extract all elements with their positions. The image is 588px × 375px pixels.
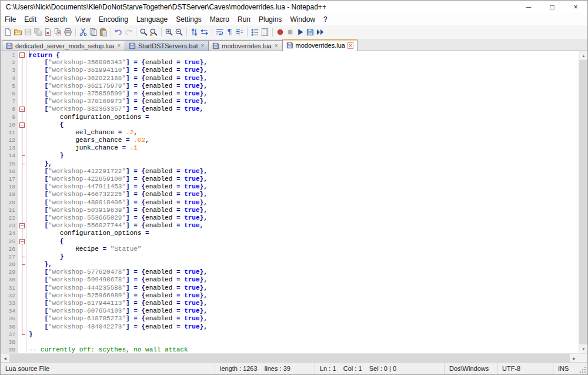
code-line-34[interactable]: 34 ["workshop-607654103"] = {enabled = t… bbox=[1, 307, 579, 315]
fold-collapse-icon[interactable] bbox=[18, 51, 26, 59]
code-line-10[interactable]: 10 { bbox=[1, 121, 579, 129]
zoom-out-icon[interactable] bbox=[174, 26, 184, 38]
sync-vertical-icon[interactable] bbox=[189, 26, 199, 38]
menu-item-view[interactable]: View bbox=[71, 14, 95, 25]
code-line-29[interactable]: 29 ["workshop-577620478"] = {enabled = t… bbox=[1, 268, 579, 276]
menu-item-settings[interactable]: Settings bbox=[172, 14, 205, 25]
code-line-32[interactable]: 32 ["workshop-525966989"] = {enabled = t… bbox=[1, 292, 579, 300]
code-line-21[interactable]: 21 ["workshop-503919639"] = {enabled = t… bbox=[1, 207, 579, 214]
play-macro-icon[interactable] bbox=[295, 26, 305, 38]
resize-grip[interactable] bbox=[579, 363, 587, 374]
code-line-16[interactable]: 16 ["workshop-412291722"] = {enabled = t… bbox=[1, 168, 579, 175]
code-line-23[interactable]: 23 ["workshop-556027744"] = {enabled = t… bbox=[1, 222, 579, 230]
save-macro-icon[interactable] bbox=[305, 26, 315, 38]
show-all-characters-icon[interactable]: ¶ bbox=[225, 26, 235, 38]
close-button[interactable]: × bbox=[564, 1, 587, 14]
tab-3-modoverrides-lua[interactable]: modoverrides.lua× bbox=[208, 40, 282, 51]
code-line-5[interactable]: 5 ["workshop-362175979"] = {enabled = tr… bbox=[1, 82, 579, 90]
menu-item-window[interactable]: Window bbox=[286, 14, 319, 25]
menu-item-run[interactable]: Run bbox=[233, 14, 255, 25]
code-line-8[interactable]: 8 ["workshop-382363357"] = {enabled = tr… bbox=[1, 105, 579, 113]
cut-icon[interactable] bbox=[78, 26, 88, 38]
code-line-13[interactable]: 13 junk_chance = .1 bbox=[1, 144, 579, 152]
code-line-35[interactable]: 35 ["workshop-618785273"] = {enabled = t… bbox=[1, 315, 579, 323]
menu-item-help[interactable]: ? bbox=[319, 14, 332, 25]
vertical-scrollbar-thumb[interactable] bbox=[579, 60, 587, 344]
code-line-19[interactable]: 19 ["workshop-466732225"] = {enabled = t… bbox=[1, 191, 579, 198]
code-line-38[interactable]: 38 bbox=[1, 339, 579, 346]
open-file-icon[interactable] bbox=[13, 26, 23, 38]
menu-item-language[interactable]: Language bbox=[132, 14, 172, 25]
tab-close-icon[interactable]: × bbox=[116, 43, 121, 48]
code-line-28[interactable]: 28 }, bbox=[1, 261, 579, 268]
code-line-25[interactable]: 25 { bbox=[1, 238, 579, 245]
horizontal-scrollbar[interactable]: ◀ ▶ bbox=[1, 353, 587, 362]
scroll-up-icon[interactable]: ▲ bbox=[579, 51, 588, 60]
indent-guide-icon[interactable] bbox=[235, 26, 245, 38]
code-line-12[interactable]: 12 gears_chance = .02, bbox=[1, 137, 579, 144]
word-wrap-icon[interactable] bbox=[215, 26, 225, 38]
code-line-14[interactable]: 14 } bbox=[1, 152, 579, 160]
code-line-11[interactable]: 11 eel_chance = .2, bbox=[1, 129, 579, 137]
code-line-2[interactable]: 2 ["workshop-356006343"] = {enabled = tr… bbox=[1, 59, 579, 67]
code-line-4[interactable]: 4 ["workshop-362022168"] = {enabled = tr… bbox=[1, 75, 579, 82]
menu-item-search[interactable]: Search bbox=[41, 14, 71, 25]
status-eol-format[interactable]: Dos\Windows bbox=[444, 363, 497, 374]
save-all-icon[interactable] bbox=[33, 26, 43, 38]
redo-icon[interactable] bbox=[123, 26, 133, 38]
tab-close-icon[interactable]: × bbox=[201, 43, 205, 48]
fold-collapse-icon[interactable] bbox=[18, 222, 26, 230]
code-line-17[interactable]: 17 ["workshop-422659100"] = {enabled = t… bbox=[1, 175, 579, 183]
status-encoding[interactable]: UTF-8 bbox=[497, 363, 553, 374]
horizontal-scrollbar-thumb[interactable] bbox=[9, 354, 570, 362]
code-line-20[interactable]: 20 ["workshop-488018406"] = {enabled = t… bbox=[1, 199, 579, 207]
code-line-1[interactable]: 1return { bbox=[1, 51, 579, 59]
code-line-22[interactable]: 22 ["workshop-553665029"] = {enabled = t… bbox=[1, 214, 579, 222]
editor-lines[interactable]: 1return {2 ["workshop-356006343"] = {ena… bbox=[1, 51, 579, 353]
code-line-36[interactable]: 36 ["workshop-484042273"] = {enabled = t… bbox=[1, 323, 579, 331]
fold-collapse-icon[interactable] bbox=[18, 105, 26, 113]
document-map-icon[interactable] bbox=[260, 26, 270, 38]
stop-macro-icon[interactable] bbox=[285, 26, 295, 38]
menu-item-plugins[interactable]: Plugins bbox=[255, 14, 286, 25]
code-line-27[interactable]: 27 } bbox=[1, 253, 579, 261]
paste-icon[interactable] bbox=[98, 26, 108, 38]
save-icon[interactable] bbox=[23, 26, 33, 38]
code-line-6[interactable]: 6 ["workshop-375859599"] = {enabled = tr… bbox=[1, 90, 579, 98]
code-line-9[interactable]: 9 configuration_options = bbox=[1, 114, 579, 121]
code-line-39[interactable]: 39-- currently off: scythes, no wall att… bbox=[1, 346, 579, 353]
run-macro-multiple-icon[interactable] bbox=[315, 26, 325, 38]
tab-4-modoverrides-lua[interactable]: modoverrides.lua× bbox=[282, 39, 358, 51]
menu-item-edit[interactable]: Edit bbox=[20, 14, 41, 25]
code-line-37[interactable]: 37} bbox=[1, 331, 579, 339]
record-macro-icon[interactable] bbox=[275, 26, 285, 38]
status-insert-mode[interactable]: INS bbox=[553, 363, 579, 374]
code-line-15[interactable]: 15 }, bbox=[1, 160, 579, 168]
code-line-18[interactable]: 18 ["workshop-447911453"] = {enabled = t… bbox=[1, 183, 579, 191]
menu-item-macro[interactable]: Macro bbox=[206, 14, 233, 25]
sync-horizontal-icon[interactable] bbox=[199, 26, 209, 38]
vertical-scrollbar[interactable]: ▲ ▼ bbox=[579, 51, 587, 353]
menu-item-file[interactable]: File bbox=[1, 14, 20, 25]
fold-collapse-icon[interactable] bbox=[18, 121, 26, 129]
tab-2-startdstservers-bat[interactable]: StartDSTServers.bat× bbox=[125, 40, 209, 51]
new-file-icon[interactable] bbox=[3, 26, 13, 38]
zoom-in-icon[interactable] bbox=[164, 26, 174, 38]
code-line-24[interactable]: 24 configuration_options = bbox=[1, 230, 579, 237]
title-bar[interactable]: C:\Users\Nick\Documents\Klei\DoNotStarve… bbox=[1, 1, 587, 14]
scroll-left-icon[interactable]: ◀ bbox=[1, 354, 9, 363]
find-icon[interactable] bbox=[139, 26, 149, 38]
fold-collapse-icon[interactable] bbox=[18, 238, 26, 245]
close-icon[interactable] bbox=[43, 26, 53, 38]
code-line-33[interactable]: 33 ["workshop-617944113"] = {enabled = t… bbox=[1, 300, 579, 307]
scroll-down-icon[interactable]: ▼ bbox=[579, 344, 588, 353]
undo-icon[interactable] bbox=[113, 26, 123, 38]
replace-icon[interactable] bbox=[149, 26, 159, 38]
code-line-30[interactable]: 30 ["workshop-599498678"] = {enabled = t… bbox=[1, 276, 579, 284]
menu-item-encoding[interactable]: Encoding bbox=[95, 14, 132, 25]
code-line-3[interactable]: 3 ["workshop-361994110"] = {enabled = tr… bbox=[1, 67, 579, 74]
tab-close-icon[interactable]: × bbox=[274, 43, 279, 48]
copy-icon[interactable] bbox=[88, 26, 98, 38]
code-line-31[interactable]: 31 ["workshop-444235588"] = {enabled = t… bbox=[1, 284, 579, 292]
tab-1-dedicated-server-mods-setup-lua[interactable]: dedicated_server_mods_setup.lua× bbox=[2, 40, 125, 51]
